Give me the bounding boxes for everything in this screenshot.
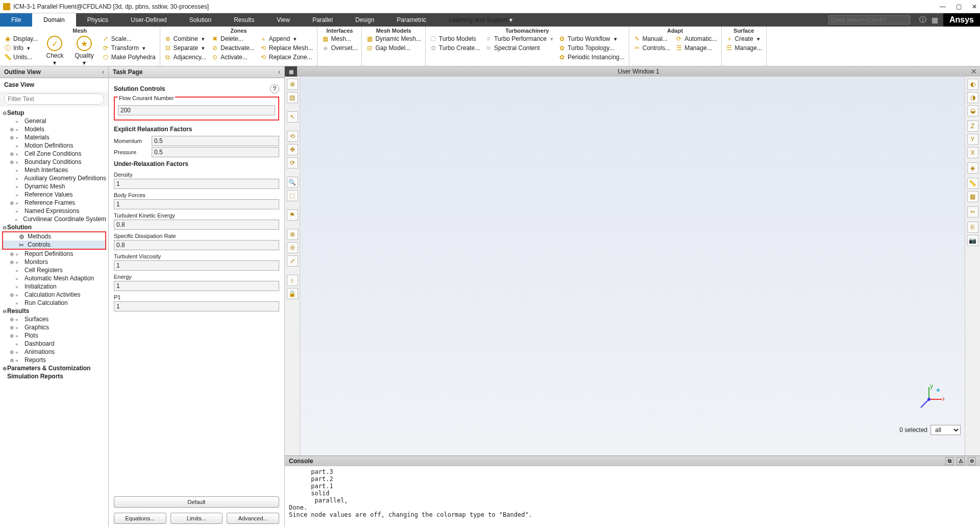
fit-icon[interactable]: ⤢ — [287, 255, 298, 267]
render-2-icon[interactable]: ◑ — [967, 92, 978, 103]
tree-item-methods[interactable]: ⚙Methods — [3, 232, 105, 241]
tree-simreports[interactable]: Simulation Reports — [0, 372, 108, 380]
periodic-instancing-button[interactable]: ✿Periodic Instancing... — [557, 53, 625, 61]
filter-input[interactable] — [4, 93, 104, 105]
display-button[interactable]: ◉Display... — [3, 35, 39, 43]
copy-view-icon[interactable]: ⎘ — [967, 222, 978, 233]
menu-design[interactable]: Design — [344, 13, 385, 27]
view-y-icon[interactable]: Y — [967, 134, 978, 145]
pan-icon[interactable]: ✥ — [287, 144, 298, 155]
viewer-canvas[interactable]: x y 0 selected all — [300, 77, 965, 456]
tree-item-controls[interactable]: ✂Controls — [3, 241, 105, 249]
spectral-content-button[interactable]: ≋Spectral Content — [484, 44, 554, 52]
menu-learning[interactable]: Learning and Support ▾ — [437, 13, 524, 27]
menu-file[interactable]: File — [0, 13, 32, 27]
minimize-button[interactable]: — — [940, 3, 946, 10]
turbo-create-button[interactable]: ✿Turbo Create... — [429, 44, 481, 52]
tree-item-automatic-mesh-adaption[interactable]: ▫Automatic Mesh Adaption — [0, 274, 108, 282]
pressure-input[interactable] — [152, 147, 279, 157]
globe-icon[interactable]: ⊕ — [287, 79, 298, 90]
probe-icon[interactable]: ⎀ — [287, 275, 298, 286]
urf-input-energy[interactable] — [114, 281, 279, 291]
tree-item-models[interactable]: ⊕▫Models — [0, 125, 108, 133]
append-button[interactable]: ＋Append ▾ — [259, 35, 314, 43]
flow-courant-input[interactable] — [118, 105, 275, 115]
urf-input-density[interactable] — [114, 179, 279, 189]
urf-input-p1[interactable] — [114, 301, 279, 312]
tree-item-dynamic-mesh[interactable]: ▫Dynamic Mesh — [0, 182, 108, 190]
tree-item-boundary-conditions[interactable]: ⊕▫Boundary Conditions — [0, 158, 108, 166]
adjacency-button[interactable]: ⧉Adjacency... — [163, 53, 207, 61]
collapse-icon[interactable]: ‹ — [102, 68, 104, 76]
taskpage-collapse-icon[interactable]: ‹ — [278, 68, 280, 76]
automatic-adapt-button[interactable]: ⟳Automatic... — [674, 35, 718, 43]
manual-adapt-button[interactable]: ✎Manual... — [632, 35, 672, 43]
tree-item-reference-values[interactable]: ▫Reference Values — [0, 190, 108, 199]
tree-item-cell-zone-conditions[interactable]: ⊕▫Cell Zone Conditions — [0, 150, 108, 158]
console-warn-icon[interactable]: ⚠ — [957, 457, 965, 465]
urf-input-body-forces[interactable] — [114, 199, 279, 209]
tree-item-monitors[interactable]: ⊕▫Monitors — [0, 258, 108, 266]
tree-item-named-expressions[interactable]: ▫Named Expressions — [0, 207, 108, 215]
tree-item-report-definitions[interactable]: ⊕▫Report Definitions — [0, 250, 108, 258]
console-output[interactable]: part.3 part.2 part.1 solid parallel, Don… — [285, 466, 980, 527]
tree-item-cell-registers[interactable]: ▫Cell Registers — [0, 266, 108, 274]
viewer-tab-icon[interactable]: ▦ — [285, 66, 297, 77]
zoom-in-icon[interactable]: ⊕ — [287, 229, 298, 240]
limits-button[interactable]: Limits... — [170, 513, 223, 524]
mesh-interfaces-button[interactable]: ▦Mesh... — [321, 35, 358, 43]
tree-item-plots[interactable]: ⊕▫Plots — [0, 331, 108, 340]
check-button[interactable]: ✓Check▾ — [42, 35, 67, 67]
menu-user-defined[interactable]: User-Defined — [119, 13, 178, 27]
turbo-workflow-button[interactable]: ✿Turbo Workflow ▾ — [557, 35, 625, 43]
tree-item-auxiliary-geometry-definitions[interactable]: ▫Auxiliary Geometry Definitions — [0, 174, 108, 182]
layers-icon[interactable]: ▤ — [287, 92, 298, 103]
roll-icon[interactable]: ⟳ — [287, 157, 298, 169]
urf-input-turbulent-kinetic-energy[interactable] — [114, 220, 279, 230]
tree-item-mesh-interfaces[interactable]: ▫Mesh Interfaces — [0, 166, 108, 174]
tree-item-general[interactable]: ▫General — [0, 117, 108, 125]
delete-button[interactable]: ✖Delete... — [210, 35, 256, 43]
menu-parallel[interactable]: Parallel — [301, 13, 344, 27]
default-button[interactable]: Default — [114, 496, 279, 508]
ruler-icon[interactable]: 📏 — [967, 178, 978, 189]
deactivate-button[interactable]: ⊘Deactivate... — [210, 44, 256, 52]
help-button[interactable]: ? — [270, 84, 279, 93]
polyhedra-button[interactable]: ⬡Make Polyhedra — [101, 53, 157, 61]
tree-item-reference-frames[interactable]: ⊕▫Reference Frames — [0, 199, 108, 207]
tree-item-run-calculation[interactable]: ▫Run Calculation — [0, 299, 108, 307]
quick-search-input[interactable] — [828, 15, 910, 25]
tree-item-calculation-activities[interactable]: ⊕▫Calculation Activities — [0, 291, 108, 299]
camera-icon[interactable]: 📷 — [967, 235, 978, 246]
quality-button[interactable]: ★Quality▾ — [70, 35, 97, 67]
pointer-icon[interactable]: ↖ — [287, 111, 298, 123]
menu-view[interactable]: View — [265, 13, 301, 27]
viewer-close-icon[interactable]: ✕ — [971, 67, 977, 76]
render-1-icon[interactable]: ◐ — [967, 79, 978, 90]
turbo-topology-button[interactable]: ✿Turbo Topology... — [557, 44, 625, 52]
tree-item-animations[interactable]: ⊕▫Animations — [0, 348, 108, 356]
isometric-icon[interactable]: ◈ — [967, 162, 978, 174]
separate-button[interactable]: ⊟Separate ▾ — [163, 44, 207, 52]
tree-item-materials[interactable]: ⊕▫Materials — [0, 133, 108, 141]
dynamic-mesh-button[interactable]: ▦Dynamic Mesh... — [365, 35, 422, 43]
urf-input-specific-dissipation-rate[interactable] — [114, 240, 279, 250]
turbo-performance-button[interactable]: ≡Turbo Performance ▾ — [484, 35, 554, 43]
selection-filter-select[interactable]: all — [930, 425, 961, 435]
menu-solution[interactable]: Solution — [178, 13, 223, 27]
combine-button[interactable]: ⊕Combine ▾ — [163, 35, 207, 43]
layout-icon[interactable]: ▦ — [932, 16, 938, 24]
rotate-icon[interactable]: ⟲ — [287, 131, 298, 142]
manage-surface-button[interactable]: ☰Manage... — [725, 44, 763, 52]
zoom-icon[interactable]: 🔍 — [287, 177, 298, 188]
help-icon[interactable]: ⓘ — [919, 15, 926, 25]
zoom-out-icon[interactable]: ⊖ — [287, 242, 298, 253]
overset-button[interactable]: ◈Overset... — [321, 44, 358, 52]
console-pop-icon[interactable]: ⧉ — [945, 457, 953, 465]
tree-item-initialization[interactable]: ▫Initialization — [0, 282, 108, 291]
grid-icon[interactable]: ▦ — [967, 191, 978, 202]
turbo-models-button[interactable]: ☐Turbo Models — [429, 35, 481, 43]
zoom-box-icon[interactable]: ⬚ — [287, 190, 298, 201]
tree-item-curvilinear-coordinate-system[interactable]: ▫Curvilinear Coordinate System — [0, 215, 108, 223]
tree-item-reports[interactable]: ⊕▫Reports — [0, 356, 108, 364]
